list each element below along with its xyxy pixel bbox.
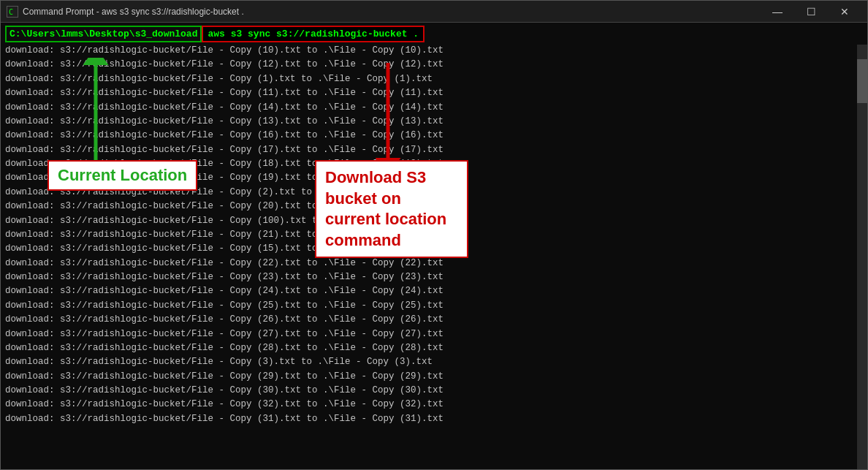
- command-text: aws s3 sync s3://radishlogic-bucket .: [202, 26, 425, 42]
- download-line: download: s3://radishlogic-bucket/File -…: [5, 58, 863, 72]
- terminal-content: C:\Users\lmms\Desktop\s3_download aws s3…: [1, 23, 867, 469]
- download-line: download: s3://radishlogic-bucket/File -…: [5, 44, 863, 58]
- download-line: download: s3://radishlogic-bucket/File -…: [5, 270, 863, 284]
- title-bar-left: C Command Prompt - aws s3 sync s3://radi…: [7, 6, 244, 18]
- download-line: download: s3://radishlogic-bucket/File -…: [5, 313, 863, 327]
- download-line: download: s3://radishlogic-bucket/File -…: [5, 186, 863, 200]
- download-line: download: s3://radishlogic-bucket/File -…: [5, 157, 863, 171]
- download-line: download: s3://radishlogic-bucket/File -…: [5, 341, 863, 355]
- download-line: download: s3://radishlogic-bucket/File -…: [5, 200, 863, 213]
- download-line: download: s3://radishlogic-bucket/File -…: [5, 115, 863, 129]
- download-line: download: s3://radishlogic-bucket/File -…: [5, 412, 863, 426]
- download-line: download: s3://radishlogic-bucket/File -…: [5, 327, 863, 341]
- download-lines: download: s3://radishlogic-bucket/File -…: [5, 44, 863, 426]
- download-line: download: s3://radishlogic-bucket/File -…: [5, 355, 863, 369]
- download-line: download: s3://radishlogic-bucket/File -…: [5, 398, 863, 412]
- command-prompt-window: C Command Prompt - aws s3 sync s3://radi…: [0, 0, 868, 470]
- download-line: download: s3://radishlogic-bucket/File -…: [5, 72, 863, 86]
- prompt-path: C:\Users\lmms\Desktop\s3_download: [5, 26, 202, 42]
- download-line: download: s3://radishlogic-bucket/File -…: [5, 86, 863, 100]
- download-line: download: s3://radishlogic-bucket/File -…: [5, 370, 863, 384]
- prompt-line: C:\Users\lmms\Desktop\s3_download aws s3…: [5, 26, 863, 42]
- download-line: download: s3://radishlogic-bucket/File -…: [5, 228, 863, 242]
- title-bar: C Command Prompt - aws s3 sync s3://radi…: [1, 1, 867, 23]
- cmd-icon: C: [7, 6, 18, 18]
- download-line: download: s3://radishlogic-bucket/File -…: [5, 214, 863, 228]
- minimize-button[interactable]: —: [761, 1, 794, 23]
- download-line: download: s3://radishlogic-bucket/File -…: [5, 384, 863, 398]
- maximize-button[interactable]: ☐: [794, 1, 828, 23]
- download-line: download: s3://radishlogic-bucket/File -…: [5, 143, 863, 157]
- svg-text:C: C: [9, 8, 13, 16]
- scrollbar[interactable]: [857, 45, 867, 469]
- download-line: download: s3://radishlogic-bucket/File -…: [5, 129, 863, 143]
- close-button[interactable]: ✕: [828, 1, 861, 23]
- download-line: download: s3://radishlogic-bucket/File -…: [5, 171, 863, 185]
- download-line: download: s3://radishlogic-bucket/File -…: [5, 101, 863, 115]
- download-line: download: s3://radishlogic-bucket/File -…: [5, 257, 863, 270]
- download-line: download: s3://radishlogic-bucket/File -…: [5, 242, 863, 256]
- scrollbar-thumb[interactable]: [857, 59, 867, 103]
- download-line: download: s3://radishlogic-bucket/File -…: [5, 284, 863, 298]
- window-title: Command Prompt - aws s3 sync s3://radish…: [23, 7, 244, 17]
- download-line: download: s3://radishlogic-bucket/File -…: [5, 299, 863, 313]
- window-controls: — ☐ ✕: [761, 1, 861, 23]
